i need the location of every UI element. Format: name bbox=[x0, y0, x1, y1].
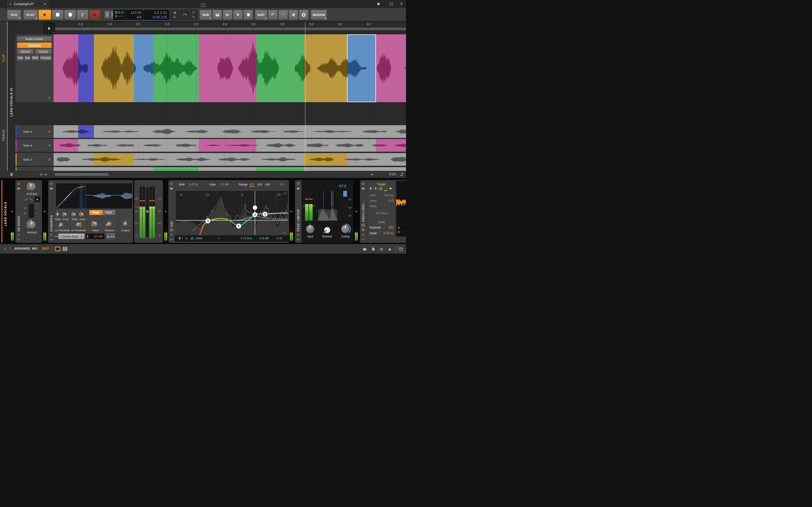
device-display-icon[interactable] bbox=[170, 228, 173, 231]
add-device-button[interactable]: + bbox=[11, 209, 13, 214]
gain-button[interactable]: Gain bbox=[17, 55, 23, 61]
device-remote-controls-icon[interactable] bbox=[170, 233, 173, 236]
take-segment-tan[interactable] bbox=[94, 153, 134, 166]
automation-touch-icon[interactable] bbox=[192, 15, 195, 19]
add-effect-track-button[interactable] bbox=[233, 10, 243, 20]
horizontal-scrollbar[interactable] bbox=[54, 173, 109, 176]
deesser-frequency-knob[interactable] bbox=[27, 181, 37, 192]
track-name[interactable]: LEAD VOCALS bbox=[4, 202, 7, 226]
keytrack-toggle[interactable]: ◂▸ bbox=[389, 226, 394, 229]
pan-button[interactable]: Pan bbox=[24, 55, 31, 61]
limiter-ceiling-knob[interactable] bbox=[340, 224, 351, 234]
eq-range-10[interactable]: ±10 bbox=[249, 183, 254, 187]
comp-segment-magenta[interactable] bbox=[54, 34, 78, 102]
dynamics-hi-threshold-knob[interactable] bbox=[74, 221, 82, 228]
mixer-view-toggle[interactable] bbox=[63, 247, 67, 251]
region-menu-button[interactable]: REGION bbox=[311, 10, 327, 20]
take-label-take-5[interactable]: Take 5✕ bbox=[15, 125, 54, 138]
trigger-play-icon[interactable]: ▶ bbox=[390, 186, 392, 190]
dynamics-knee1-knob[interactable] bbox=[62, 212, 68, 217]
scroll-left-arrow[interactable]: ◀ bbox=[44, 173, 47, 176]
take-segment-tan[interactable] bbox=[304, 153, 347, 166]
device-display-icon[interactable] bbox=[362, 223, 365, 227]
peak-rms-toggle[interactable]: Peak RMS bbox=[89, 210, 115, 215]
peak-option[interactable]: Peak bbox=[89, 210, 102, 215]
hold-value[interactable]: 320 ms bbox=[384, 193, 394, 197]
tool-selector[interactable]: ▾ bbox=[44, 23, 55, 34]
trigger-source-a[interactable]: A bbox=[370, 187, 372, 190]
take-lane-take-4[interactable] bbox=[54, 139, 406, 152]
take-delete-icon[interactable]: ✕ bbox=[48, 130, 51, 133]
follow-playhead-icon[interactable] bbox=[400, 172, 404, 176]
comp-segment-blue-selected[interactable] bbox=[347, 34, 376, 102]
device-remote-controls-icon[interactable] bbox=[297, 233, 300, 236]
dynamics-release-knob[interactable] bbox=[106, 220, 113, 228]
device-peak-limiter[interactable]: PEAK LIMITER -17.2 -10 -20 bbox=[295, 180, 353, 243]
io-panel-icon[interactable] bbox=[379, 247, 384, 251]
deesser-bandpass-icon[interactable] bbox=[29, 198, 33, 202]
add-instrument-track-button[interactable] bbox=[212, 10, 222, 20]
add-menu-button[interactable]: ADD bbox=[200, 10, 212, 20]
device-eq-plus[interactable]: EQ+ Shift 0.00 st Gain 0.0 dB Range ±10 … bbox=[168, 180, 289, 243]
punch-record-button[interactable] bbox=[89, 10, 100, 20]
deesser-highpass-icon[interactable] bbox=[24, 198, 28, 202]
file-menu-button[interactable]: FILE bbox=[7, 10, 21, 20]
deesser-frequency-value[interactable]: 4.49 kHz bbox=[27, 192, 37, 195]
play-button[interactable] bbox=[39, 10, 51, 20]
device-power-icon[interactable] bbox=[50, 182, 53, 185]
automation-follow-icon[interactable] bbox=[192, 11, 195, 14]
tempo-display[interactable]: 110.00 4/4 bbox=[126, 10, 144, 20]
device-routing-icon[interactable] bbox=[297, 238, 300, 241]
track-tab[interactable]: TRACK bbox=[2, 129, 5, 141]
eq-band-power-icon[interactable] bbox=[191, 237, 194, 240]
take-delete-icon[interactable]: ✕ bbox=[48, 158, 51, 161]
eq-shift-value[interactable]: 0.00 st bbox=[189, 183, 198, 186]
automation-write-button[interactable] bbox=[104, 11, 110, 19]
device-routing-icon[interactable] bbox=[17, 238, 20, 241]
dynamics-ratio2-knob[interactable] bbox=[71, 212, 78, 217]
channel-a-label[interactable]: A bbox=[398, 226, 400, 229]
punch-in-icon[interactable] bbox=[173, 11, 176, 15]
add-device-button[interactable]: + bbox=[355, 209, 358, 214]
scroll-right-arrow[interactable]: ▶ bbox=[371, 173, 373, 176]
inspector-panel-icon[interactable] bbox=[371, 247, 375, 251]
device-power-icon[interactable] bbox=[170, 182, 173, 185]
eq-band-dropdown-arrow[interactable]: ▼ bbox=[182, 237, 184, 239]
device-routing-icon[interactable] bbox=[362, 238, 365, 241]
project-tab[interactable]: CompingGUI* ✕ bbox=[7, 1, 48, 7]
duplicate-button[interactable] bbox=[289, 10, 298, 20]
grid-setting[interactable]: 1/16 ▴ bbox=[389, 172, 397, 176]
playhead[interactable] bbox=[305, 22, 305, 172]
audio-events-button[interactable]: Audio Events bbox=[17, 36, 52, 42]
eq-range-30[interactable]: ±30 bbox=[265, 183, 270, 186]
mix-view-tab[interactable]: MIX bbox=[32, 247, 37, 250]
slope-down-icon[interactable]: ↓ bbox=[390, 204, 391, 208]
touch-panel-icon[interactable] bbox=[388, 247, 392, 251]
eq-range-20[interactable]: ±20 bbox=[257, 183, 262, 186]
minimize-button[interactable] bbox=[377, 3, 380, 5]
keyboard-panel-icon[interactable] bbox=[399, 247, 403, 251]
comp-segment-magenta[interactable] bbox=[376, 34, 406, 102]
formant-button[interactable]: Formant bbox=[40, 55, 52, 61]
sidechain-fx-button[interactable]: Sc FX bbox=[106, 234, 115, 239]
device-preset-icon[interactable] bbox=[362, 187, 365, 190]
take-label-take-4[interactable]: Take 4✕ bbox=[15, 139, 54, 152]
record-button[interactable] bbox=[64, 10, 76, 20]
play-menu-button[interactable]: PLAY bbox=[23, 10, 38, 20]
add-scene-button[interactable] bbox=[243, 10, 253, 20]
comp-segment-indigo[interactable] bbox=[78, 34, 94, 102]
freeze-button[interactable]: ❄ Freeze bbox=[367, 212, 395, 215]
take-label-take-3[interactable]: Take 3✕ bbox=[15, 153, 54, 166]
eq-band-freq[interactable]: 2.72 kHz bbox=[240, 237, 252, 240]
performance-meters[interactable] bbox=[113, 10, 125, 20]
comp-segment-green[interactable] bbox=[256, 34, 304, 102]
eq-band-gain[interactable]: +1.8 dB bbox=[258, 237, 269, 240]
maximize-button[interactable] bbox=[390, 2, 393, 5]
info-icon[interactable]: i bbox=[5, 246, 6, 251]
take-segment-magenta[interactable] bbox=[54, 139, 78, 152]
trigger-source-b[interactable]: B bbox=[374, 187, 376, 190]
device-remote-controls-icon[interactable] bbox=[17, 233, 20, 236]
device-power-icon[interactable] bbox=[362, 182, 365, 185]
delete-button[interactable] bbox=[299, 10, 309, 20]
browser-panel-icon[interactable] bbox=[363, 247, 367, 251]
